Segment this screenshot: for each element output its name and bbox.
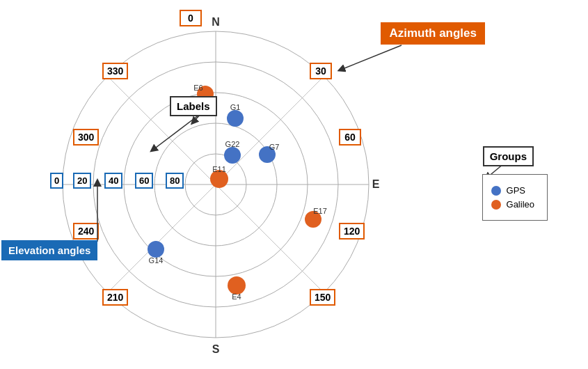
- el-label-0: 0: [50, 173, 63, 189]
- svg-text:G22: G22: [225, 140, 240, 148]
- svg-text:E4: E4: [232, 292, 241, 301]
- az-label-240: 240: [73, 223, 99, 240]
- elevation-angles-annotation: Elevation angles: [1, 240, 97, 260]
- gps-label: GPS: [507, 185, 525, 196]
- svg-text:S: S: [212, 343, 220, 355]
- az-label-150: 150: [310, 289, 335, 306]
- legend-item-gps: GPS: [491, 185, 534, 196]
- svg-point-13: [224, 147, 241, 164]
- el-label-60: 60: [135, 173, 153, 189]
- legend-item-galileo: Galileo: [491, 199, 534, 210]
- svg-text:N: N: [212, 16, 220, 28]
- svg-point-19: [148, 241, 164, 258]
- legend-box: GPS Galileo: [482, 174, 548, 221]
- el-label-20: 20: [73, 173, 91, 189]
- azimuth-angles-annotation: Azimuth angles: [381, 22, 485, 45]
- gps-dot: [491, 186, 501, 196]
- az-label-30: 30: [310, 63, 332, 79]
- az-label-210: 210: [102, 289, 128, 306]
- az-label-0: 0: [180, 10, 202, 26]
- el-label-80: 80: [166, 173, 184, 189]
- az-label-120: 120: [339, 223, 365, 240]
- svg-text:E6: E6: [193, 84, 202, 92]
- az-label-330: 330: [102, 63, 128, 79]
- el-label-40: 40: [104, 173, 122, 189]
- svg-point-17: [227, 110, 244, 127]
- svg-text:E17: E17: [313, 207, 327, 215]
- az-label-300: 300: [73, 129, 99, 146]
- svg-text:E: E: [372, 178, 380, 190]
- svg-text:G14: G14: [149, 256, 164, 265]
- galileo-label: Galileo: [507, 199, 534, 210]
- groups-annotation: Groups: [483, 146, 534, 166]
- az-label-60: 60: [339, 129, 361, 146]
- labels-annotation: Labels: [170, 96, 217, 116]
- svg-text:G7: G7: [269, 143, 280, 151]
- svg-text:G1: G1: [230, 103, 241, 111]
- svg-text:E11: E11: [212, 165, 226, 173]
- galileo-dot: [491, 200, 501, 210]
